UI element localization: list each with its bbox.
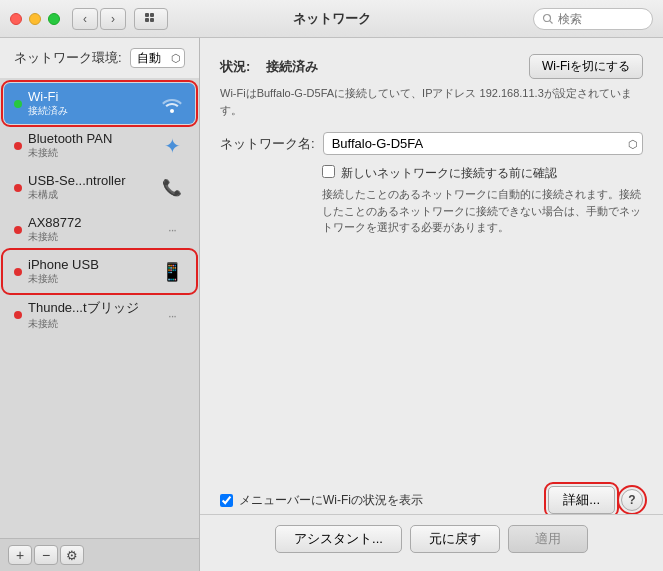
- bluetooth-icon: ✦: [159, 133, 185, 159]
- sidebar-item-bluetooth[interactable]: Bluetooth PAN 未接続 ✦: [4, 125, 195, 166]
- add-network-button[interactable]: +: [8, 545, 32, 565]
- item-name-wifi: Wi-Fi: [28, 89, 159, 104]
- phone-icon: 📞: [159, 175, 185, 201]
- item-name-bluetooth: Bluetooth PAN: [28, 131, 159, 146]
- traffic-lights: [10, 13, 60, 25]
- svg-line-5: [550, 20, 553, 23]
- forward-button[interactable]: ›: [100, 8, 126, 30]
- item-info-thunderbolt: Thunde...tブリッジ 未接続: [28, 299, 159, 331]
- item-name-thunderbolt: Thunde...tブリッジ: [28, 299, 159, 317]
- sidebar-toolbar: + − ⚙: [0, 538, 199, 571]
- item-info-bluetooth: Bluetooth PAN 未接続: [28, 131, 159, 160]
- wifi-off-button[interactable]: Wi-Fiを切にする: [529, 54, 643, 79]
- status-dot-iphone-usb: [14, 268, 22, 276]
- svg-point-4: [544, 14, 551, 21]
- item-info-ax88772: AX88772 未接続: [28, 215, 159, 244]
- svg-rect-3: [150, 18, 154, 22]
- item-sub-thunderbolt: 未接続: [28, 317, 159, 331]
- dots-icon-ax88772: ···: [159, 217, 185, 243]
- menubar-checkbox-label: メニューバーにWi-Fiの状況を表示: [239, 492, 423, 509]
- sidebar-item-thunderbolt[interactable]: Thunde...tブリッジ 未接続 ···: [4, 293, 195, 337]
- item-info-usb-controller: USB-Se...ntroller 未構成: [28, 173, 159, 202]
- sidebar-item-wifi[interactable]: Wi-Fi 接続済み: [4, 83, 195, 124]
- item-info-iphone-usb: iPhone USB 未接続: [28, 257, 159, 286]
- network-name-label: ネットワーク名:: [220, 135, 315, 153]
- item-sub-iphone-usb: 未接続: [28, 272, 159, 286]
- item-sub-bluetooth: 未接続: [28, 146, 159, 160]
- sidebar-item-usb-controller[interactable]: USB-Se...ntroller 未構成 📞: [4, 167, 195, 208]
- item-sub-usb-controller: 未構成: [28, 188, 159, 202]
- checkbox-description: 接続したことのあるネットワークに自動的に接続されます。接続したことのあるネットワ…: [322, 186, 643, 236]
- item-sub-wifi: 接続済み: [28, 104, 159, 118]
- status-dot-ax88772: [14, 226, 22, 234]
- sidebar-item-iphone-usb[interactable]: iPhone USB 未接続 📱: [4, 251, 195, 292]
- nav-arrows: ‹ ›: [72, 8, 126, 30]
- sidebar-item-ax88772[interactable]: AX88772 未接続 ···: [4, 209, 195, 250]
- checkbox-label: 新しいネットワークに接続する前に確認: [341, 165, 557, 182]
- item-sub-ax88772: 未接続: [28, 230, 159, 244]
- final-row: アシスタント... 元に戻す 適用: [200, 514, 663, 561]
- network-name-select-wrap: Buffalo-G-D5FA ⬡: [323, 132, 643, 155]
- window-title: ネットワーク: [293, 10, 371, 28]
- bottom-buttons: 詳細... ?: [548, 486, 643, 514]
- revert-button[interactable]: 元に戻す: [410, 525, 500, 553]
- item-name-usb-controller: USB-Se...ntroller: [28, 173, 159, 188]
- settings-button[interactable]: ⚙: [60, 545, 84, 565]
- dots-icon-thunderbolt: ···: [159, 302, 185, 328]
- menu-checkbox-row: メニューバーにWi-Fiの状況を表示: [220, 492, 548, 509]
- titlebar: ‹ › ネットワーク: [0, 0, 663, 38]
- status-row: 状況: 接続済み Wi-Fiを切にする: [220, 54, 643, 79]
- status-dot-bluetooth: [14, 142, 22, 150]
- network-name-select[interactable]: Buffalo-G-D5FA: [323, 132, 643, 155]
- confirm-checkbox[interactable]: [322, 165, 335, 178]
- status-dot-thunderbolt: [14, 311, 22, 319]
- sidebar: ネットワーク環境: 自動 ⬡ Wi-Fi 接続済み: [0, 38, 200, 571]
- env-row: ネットワーク環境: 自動 ⬡: [0, 38, 199, 78]
- apply-button[interactable]: 適用: [508, 525, 588, 553]
- svg-rect-0: [145, 13, 149, 17]
- iphone-icon: 📱: [159, 259, 185, 285]
- status-dot-wifi: [14, 100, 22, 108]
- search-box[interactable]: [533, 8, 653, 30]
- remove-network-button[interactable]: −: [34, 545, 58, 565]
- assistant-button[interactable]: アシスタント...: [275, 525, 402, 553]
- svg-rect-2: [145, 18, 149, 22]
- env-label: ネットワーク環境:: [14, 49, 122, 67]
- sidebar-list: Wi-Fi 接続済み Bluetooth PAN 未接続: [0, 78, 199, 538]
- item-name-ax88772: AX88772: [28, 215, 159, 230]
- detail-button[interactable]: 詳細...: [548, 486, 615, 514]
- grid-button[interactable]: [134, 8, 168, 30]
- status-value: 接続済み: [266, 58, 529, 76]
- menubar-checkbox[interactable]: [220, 494, 233, 507]
- status-dot-usb-controller: [14, 184, 22, 192]
- network-name-row: ネットワーク名: Buffalo-G-D5FA ⬡: [220, 132, 643, 155]
- search-input[interactable]: [558, 12, 648, 26]
- env-select[interactable]: 自動: [130, 48, 185, 68]
- maximize-button[interactable]: [48, 13, 60, 25]
- bottom-row: メニューバーにWi-Fiの状況を表示 詳細... ?: [220, 478, 643, 514]
- svg-rect-1: [150, 13, 154, 17]
- main-content: ネットワーク環境: 自動 ⬡ Wi-Fi 接続済み: [0, 38, 663, 571]
- close-button[interactable]: [10, 13, 22, 25]
- help-button[interactable]: ?: [621, 489, 643, 511]
- minimize-button[interactable]: [29, 13, 41, 25]
- status-label: 状況:: [220, 58, 262, 76]
- status-description: Wi-FiはBuffalo-G-D5FAに接続していて、IPアドレス 192.1…: [220, 85, 643, 118]
- wifi-icon: [159, 91, 185, 117]
- right-panel: 状況: 接続済み Wi-Fiを切にする Wi-FiはBuffalo-G-D5FA…: [200, 38, 663, 571]
- item-name-iphone-usb: iPhone USB: [28, 257, 159, 272]
- env-select-wrap: 自動 ⬡: [130, 48, 185, 68]
- back-button[interactable]: ‹: [72, 8, 98, 30]
- checkbox-row: 新しいネットワークに接続する前に確認: [322, 165, 643, 182]
- item-info-wifi: Wi-Fi 接続済み: [28, 89, 159, 118]
